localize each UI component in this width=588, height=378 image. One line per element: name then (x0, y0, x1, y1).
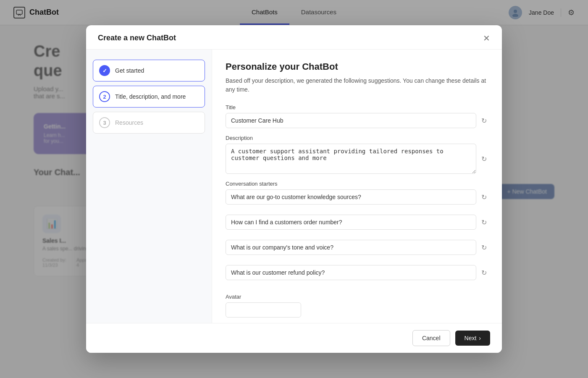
starter-refresh-0[interactable]: ↻ (480, 192, 488, 203)
starter-row-2: ↻ (226, 240, 488, 255)
step-1[interactable]: ✓ Get started (93, 60, 205, 81)
step-2-num: 2 (99, 91, 110, 102)
starter-row-0: ↻ (226, 189, 488, 205)
modal-footer: Cancel Next › (86, 323, 502, 353)
step-3-num: 3 (99, 117, 110, 128)
modal-close-button[interactable]: ✕ (483, 34, 490, 42)
starters-label: Conversation starters (226, 181, 488, 187)
title-field-row: ↻ (226, 113, 488, 128)
step-2[interactable]: 2 Title, description, and more (93, 86, 205, 108)
next-icon: › (479, 335, 481, 341)
step-3-label: Resources (115, 119, 143, 126)
modal-body: ✓ Get started 2 Title, description, and … (86, 50, 502, 323)
starter-refresh-1[interactable]: ↻ (480, 217, 488, 228)
form-panel-desc: Based off your description, we generated… (226, 76, 488, 94)
stepper: ✓ Get started 2 Title, description, and … (86, 50, 212, 323)
step-1-num: ✓ (99, 65, 110, 76)
title-input[interactable] (226, 113, 476, 128)
next-label: Next (465, 335, 477, 341)
starter-refresh-3[interactable]: ↻ (480, 267, 488, 278)
modal-header: Create a new ChatBot ✕ (86, 25, 502, 50)
modal: Create a new ChatBot ✕ ✓ Get started 2 T… (86, 25, 502, 353)
title-field-label: Title (226, 104, 488, 110)
starter-refresh-2[interactable]: ↻ (480, 242, 488, 253)
description-textarea[interactable] (226, 144, 476, 174)
starters-list: ↻ ↻ ↻ ↻ (226, 189, 488, 287)
starter-row-3: ↻ (226, 265, 488, 280)
starter-input-2[interactable] (226, 240, 476, 255)
avatar-row (226, 302, 488, 318)
description-field-label: Description (226, 135, 488, 141)
starter-input-3[interactable] (226, 265, 476, 280)
avatar-label: Avatar (226, 294, 488, 300)
form-panel: Personalize your ChatBot Based off your … (212, 50, 502, 323)
starter-input-0[interactable] (226, 189, 476, 205)
title-refresh-button[interactable]: ↻ (480, 115, 488, 126)
avatar-input[interactable] (226, 302, 301, 318)
cancel-button[interactable]: Cancel (412, 330, 450, 346)
starter-row-1: ↻ (226, 215, 488, 230)
starter-input-1[interactable] (226, 215, 476, 230)
description-refresh-button[interactable]: ↻ (480, 153, 488, 165)
step-1-label: Get started (115, 67, 144, 74)
modal-overlay: Create a new ChatBot ✕ ✓ Get started 2 T… (0, 0, 588, 378)
step-2-label: Title, description, and more (115, 93, 186, 100)
form-panel-title: Personalize your ChatBot (226, 61, 488, 72)
modal-title: Create a new ChatBot (98, 34, 176, 42)
description-field-row: ↻ (226, 144, 488, 174)
step-3[interactable]: 3 Resources (93, 112, 205, 134)
next-button[interactable]: Next › (455, 331, 490, 346)
